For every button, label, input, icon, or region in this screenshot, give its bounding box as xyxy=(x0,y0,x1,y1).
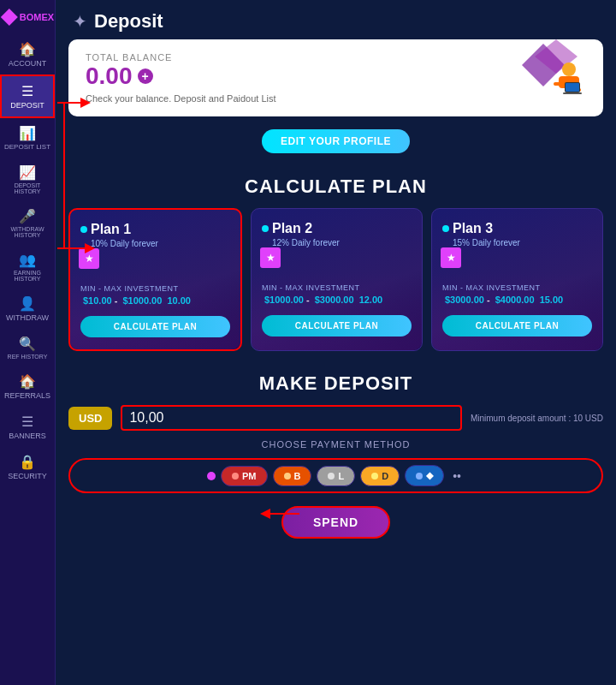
pm-radio xyxy=(232,473,239,480)
sidebar-item-label: WITHDRAW xyxy=(6,313,49,322)
payment-method-doge[interactable]: D xyxy=(360,466,400,486)
deposit-amount-input[interactable] xyxy=(129,410,453,426)
payment-selection-dot xyxy=(207,472,216,480)
sidebar-item-label: EARNING HISTORY xyxy=(3,270,51,282)
sidebar-item-deposit[interactable]: ☰ DEPOSIT xyxy=(0,74,55,118)
sidebar-item-label: REFERRALS xyxy=(4,391,50,400)
sidebar-item-withdraw-history[interactable]: 🎤 WITHDRAW HISTORY xyxy=(0,201,55,245)
balance-plus-button[interactable]: + xyxy=(138,68,153,84)
page-header: ✦ Deposit xyxy=(56,0,616,39)
sidebar-item-label: DEPOSIT HISTORY xyxy=(3,182,51,194)
deposit-history-icon: 📈 xyxy=(19,164,36,181)
ltc-radio xyxy=(328,473,335,480)
doge-label: D xyxy=(382,471,388,481)
sidebar-item-label: REF HISTORY xyxy=(8,354,48,360)
pm-label: PM xyxy=(242,471,257,481)
sidebar-item-account[interactable]: 🏠 ACCOUNT xyxy=(0,34,55,74)
payment-method-pm[interactable]: PM xyxy=(221,466,268,486)
plan-2-investment-label: Min - Max Investment xyxy=(262,283,412,292)
payment-method-ltc[interactable]: L xyxy=(317,466,355,486)
logo-icon xyxy=(1,9,18,26)
sidebar-item-withdraw[interactable]: 👤 WITHDRAW xyxy=(0,289,55,329)
sidebar-item-label: SECURITY xyxy=(8,472,47,480)
withdraw-history-icon: 🎤 xyxy=(19,208,36,224)
withdraw-icon: 👤 xyxy=(19,295,36,312)
sidebar-item-label: ACCOUNT xyxy=(9,59,47,68)
sidebar-item-label: DEPOSIT LIST xyxy=(4,143,50,151)
plan-3-calculate-button[interactable]: CALCULATE PLAN xyxy=(442,315,592,337)
calculate-plan-title: CALCULATE PLAN xyxy=(56,176,616,198)
plan-1-name: Plan 1 xyxy=(80,222,230,237)
logo-text: BOMEX xyxy=(20,12,54,22)
deposit-icon: ☰ xyxy=(21,83,33,99)
svg-rect-7 xyxy=(566,83,579,92)
plan-2-star-icon: ★ xyxy=(260,247,281,268)
sidebar-item-ref-history[interactable]: 🔍 REF HISTORY xyxy=(0,329,55,366)
plan-3-range: $3000.00 - $4000.00 15.00 xyxy=(442,295,592,305)
sidebar-item-label: BANNERS xyxy=(9,432,46,440)
payment-methods-row: PM B L D ◆ •• xyxy=(68,458,603,493)
security-icon: 🔒 xyxy=(19,454,36,470)
plan-2-range: $1000.00 - $3000.00 12.00 xyxy=(262,295,412,305)
payment-method-eth[interactable]: ◆ xyxy=(405,465,444,486)
plan-2-dot xyxy=(262,225,269,232)
earning-history-icon: 👥 xyxy=(19,252,36,268)
btc-radio xyxy=(284,473,291,480)
plan-2-calculate-button[interactable]: CALCULATE PLAN xyxy=(262,315,412,337)
account-icon: 🏠 xyxy=(19,41,36,57)
plan-3-investment-label: Min - Max Investment xyxy=(442,283,592,292)
edit-profile-button[interactable]: EDIT YOUR PROFILE xyxy=(262,129,410,153)
more-payment-methods-icon[interactable]: •• xyxy=(449,469,465,483)
plan-1-range: $10.00 - $1000.00 10.00 xyxy=(80,295,230,306)
plans-grid: Plan 1 10% Daily forever ★ Min - Max Inv… xyxy=(68,208,603,351)
plan-1-dot xyxy=(80,226,87,233)
plan-3-name: Plan 3 xyxy=(442,221,592,236)
spend-button-row: SPEND xyxy=(68,506,603,539)
spend-button[interactable]: SPEND xyxy=(281,506,390,539)
payment-method-btc[interactable]: B xyxy=(273,466,312,486)
btc-label: B xyxy=(294,471,301,481)
plan-card-2: Plan 2 12% Daily forever ★ Min - Max Inv… xyxy=(251,208,423,351)
svg-point-2 xyxy=(562,63,576,76)
logo: BOMEX xyxy=(1,9,54,26)
sidebar-item-deposit-list[interactable]: 📊 DEPOSIT LIST xyxy=(0,118,55,158)
sidebar-item-referrals[interactable]: 🏠 REFERRALS xyxy=(0,366,55,407)
min-deposit-label: Minimum deposit amount : 10 USD xyxy=(471,414,603,423)
plan-2-name: Plan 2 xyxy=(262,221,412,236)
make-deposit-title: MAKE DEPOSIT xyxy=(56,372,616,395)
eth-radio xyxy=(416,473,423,480)
plan-3-star-icon: ★ xyxy=(441,247,461,268)
sidebar: BOMEX 🏠 ACCOUNT ☰ DEPOSIT 📊 DEPOSIT LIST… xyxy=(0,0,56,685)
sidebar-item-label: DEPOSIT xyxy=(10,101,44,110)
banners-icon: ☰ xyxy=(21,414,33,430)
balance-illustration xyxy=(483,39,595,116)
plan-3-dot xyxy=(442,225,449,232)
page-header-star-icon: ✦ xyxy=(73,11,87,32)
svg-rect-4 xyxy=(554,82,562,86)
plan-1-investment-label: Min - Max Investment xyxy=(80,284,230,293)
plan-card-3: Plan 3 15% Daily forever ★ Min - Max Inv… xyxy=(431,208,603,351)
plan-1-star-icon: ★ xyxy=(79,248,99,269)
deposit-input-row: USD Minimum deposit amount : 10 USD xyxy=(68,405,603,431)
main-content: ✦ Deposit TOTAL BALANCE 0.00 + Check you… xyxy=(56,0,616,685)
payment-method-label: CHOOSE PAYMENT METHOD xyxy=(68,439,603,450)
svg-rect-8 xyxy=(563,92,582,94)
eth-label: ◆ xyxy=(426,470,433,481)
page-title: Deposit xyxy=(94,10,163,33)
sidebar-item-deposit-history[interactable]: 📈 DEPOSIT HISTORY xyxy=(0,158,55,201)
deposit-amount-wrapper xyxy=(121,405,461,431)
sidebar-item-earning-history[interactable]: 👥 EARNING HISTORY xyxy=(0,245,55,289)
deposit-list-icon: 📊 xyxy=(19,125,36,141)
doge-radio xyxy=(371,473,378,480)
ltc-label: L xyxy=(338,471,344,481)
plan-1-calculate-button[interactable]: CALCULATE PLAN xyxy=(80,316,230,337)
plan-1-subtitle: 10% Daily forever xyxy=(91,239,230,248)
sidebar-item-banners[interactable]: ☰ BANNERS xyxy=(0,407,55,447)
sidebar-item-security[interactable]: 🔒 SECURITY xyxy=(0,447,55,487)
plan-2-subtitle: 12% Daily forever xyxy=(272,238,412,247)
plan-3-subtitle: 15% Daily forever xyxy=(453,238,592,247)
currency-label: USD xyxy=(68,407,112,430)
make-deposit-section: USD Minimum deposit amount : 10 USD CHOO… xyxy=(68,405,603,551)
sidebar-item-label: WITHDRAW HISTORY xyxy=(3,226,51,238)
ref-history-icon: 🔍 xyxy=(19,336,36,352)
